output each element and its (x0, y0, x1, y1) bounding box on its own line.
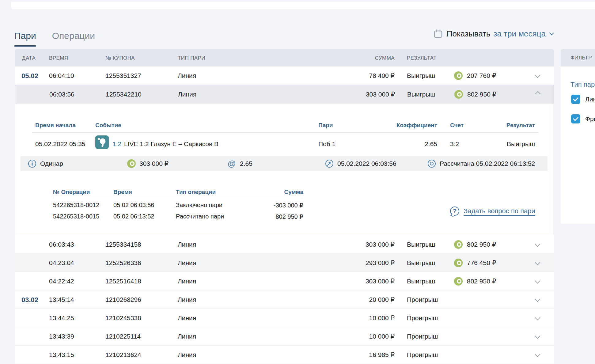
event-bet-value: Поб 1 (318, 140, 335, 148)
bet-winnings: 802 950 ₽ (467, 91, 496, 98)
bet-type: Линия (178, 259, 233, 267)
bet-row[interactable]: 05.0206:04:101255351327Линия78 400 ₽Выиг… (15, 66, 554, 85)
bet-type: Линия (178, 91, 233, 98)
event-live-score: 1:2 (112, 140, 121, 148)
col-header-time: ВРЕМЯ (49, 55, 68, 61)
summary-item: @2.65 (228, 156, 252, 171)
bet-date: 03.02 (21, 296, 51, 304)
chevron-down-icon[interactable] (535, 315, 540, 320)
chevron-down-icon (549, 30, 554, 35)
bet-result: Проигрыш (407, 351, 462, 358)
event-result-value: Выигрыш (474, 140, 535, 148)
summary-item: 05.02.2022 06:03:56 (325, 156, 396, 171)
bet-row[interactable]: 13:44:251210245338Линия10 000 ₽Проигрыш (15, 309, 554, 327)
chevron-down-icon[interactable] (535, 278, 540, 283)
bet-row[interactable]: 04:23:041252526336Линия293 000 ₽Выигрыш7… (15, 254, 554, 272)
expanded-bet-card: 06:03:561255342210Линия303 000 ₽Выигрыш8… (15, 85, 554, 235)
bet-row[interactable]: 06:03:561255342210Линия303 000 ₽Выигрыш8… (15, 85, 554, 104)
operation-id: 542265318-0012 (53, 202, 99, 209)
top-card-remnant (11, 2, 595, 9)
operation-id: 542265318-0015 (53, 213, 99, 220)
bet-result: Проигрыш (407, 333, 462, 340)
chevron-down-icon[interactable] (535, 333, 540, 339)
chevron-down-icon[interactable] (535, 72, 540, 78)
bet-coupon-number: 1255342210 (106, 91, 170, 98)
calendar-icon (433, 29, 443, 39)
chevron-down-icon[interactable] (535, 260, 540, 265)
bet-winnings: 802 950 ₽ (467, 278, 496, 285)
bet-result: Выигрыш (407, 241, 462, 248)
event-title[interactable]: LIVE 1:2 Глазун Е – Саркисов В (124, 140, 218, 148)
event-col-coef: Коэффициент (376, 122, 437, 129)
filter-panel-title: ФИЛЬТР (561, 49, 595, 66)
bet-coupon-number: 1210245338 (105, 314, 170, 322)
bet-result: Проигрыш (407, 314, 462, 322)
bet-date: 05.02 (21, 72, 51, 80)
ask-question-label: Задать вопрос по пари (464, 207, 535, 215)
bet-result: Проигрыш (407, 296, 462, 303)
bet-time: 13:45:14 (49, 296, 98, 303)
ask-question-link[interactable]: ? Задать вопрос по пари (450, 207, 535, 216)
event-header-divider (32, 132, 538, 133)
chevron-down-icon[interactable] (535, 241, 540, 247)
bet-time: 06:04:10 (49, 72, 98, 79)
bet-row[interactable]: 06:03:431255334158Линия303 000 ₽Выигрыш8… (15, 235, 554, 254)
summary-item: 303 000 ₽ (127, 156, 169, 171)
summary-item: Одинар (28, 156, 63, 171)
chevron-up-icon[interactable] (535, 91, 540, 97)
tab-operations[interactable]: Операции (52, 31, 95, 41)
checkbox-checked-icon[interactable] (571, 95, 580, 104)
chevron-down-icon[interactable] (535, 351, 540, 357)
filter-panel: ФИЛЬТР Тип пари ЛинияФрибет (561, 49, 595, 224)
col-header-result: РЕЗУЛЬТАТ (407, 55, 437, 61)
event-col-event: Событие (95, 122, 121, 129)
bet-sum: 20 000 ₽ (303, 296, 395, 303)
filter-option-line[interactable]: Линия (571, 95, 595, 104)
bet-row[interactable]: 13:43:151210213624Линия16 985 ₽Проигрыш (15, 346, 554, 364)
bet-coupon-number: 1252526336 (105, 259, 170, 267)
bet-type: Линия (178, 314, 233, 322)
col-header-sum: СУММА (303, 55, 395, 61)
ops-header-divider (53, 198, 303, 198)
event-coef-value: 2.65 (376, 140, 437, 148)
bet-time: 13:43:15 (49, 351, 98, 358)
filter-option-freebet[interactable]: Фрибет (571, 114, 595, 123)
table-tennis-icon (95, 135, 109, 149)
event-col-start: Время начала (35, 122, 76, 129)
bet-coupon-number: 1252516418 (105, 278, 170, 285)
bet-sum: 78 400 ₽ (303, 72, 395, 79)
bet-type: Линия (178, 333, 233, 340)
bets-table: ДАТА ВРЕМЯ № КУПОНА ТИП ПАРИ СУММА РЕЗУЛ… (15, 49, 554, 364)
bet-coupon-number: 1255334158 (105, 241, 170, 248)
chevron-down-icon[interactable] (535, 296, 540, 302)
bet-coupon-number: 1210213624 (105, 351, 170, 358)
coin-icon (454, 277, 463, 286)
bet-time: 13:43:39 (49, 333, 98, 340)
operation-type: Рассчитано пари (176, 213, 224, 220)
bet-result: Выигрыш (407, 72, 462, 79)
bet-sum: 303 000 ₽ (303, 241, 395, 248)
tab-bets[interactable]: Пари (14, 31, 36, 41)
summary-item: Рассчитана 05.02.2022 06:13:52 (427, 156, 535, 171)
bet-row[interactable]: 13:43:391210225114Линия10 000 ₽Проигрыш (15, 327, 554, 346)
bet-row[interactable]: 04:22:421252516418Линия303 000 ₽Выигрыш8… (15, 272, 554, 290)
summary-text: Рассчитана 05.02.2022 06:13:52 (440, 160, 535, 167)
at-icon: @ (228, 159, 240, 168)
bet-sum: 303 000 ₽ (303, 278, 395, 285)
summary-text: Одинар (40, 160, 63, 167)
table-header: ДАТА ВРЕМЯ № КУПОНА ТИП ПАРИ СУММА РЕЗУЛ… (15, 49, 554, 66)
bet-result: Выигрыш (407, 278, 462, 285)
period-label: Показывать (447, 29, 491, 39)
checkbox-checked-icon[interactable] (571, 114, 580, 123)
event-col-bet: Пари (318, 122, 333, 129)
bet-coupon-number: 1210225114 (105, 333, 170, 340)
bet-row[interactable]: 03.0213:45:141210268296Линия20 000 ₽Прои… (15, 290, 554, 309)
bet-time: 04:22:42 (49, 278, 98, 285)
ops-col-type: Тип операции (176, 189, 216, 195)
bet-sum: 293 000 ₽ (303, 259, 395, 267)
summary-text: 303 000 ₽ (139, 160, 169, 167)
summary-text: 05.02.2022 06:03:56 (337, 160, 396, 167)
period-value: за три месяца (494, 29, 546, 39)
period-selector[interactable]: Показывать за три месяца (433, 29, 553, 39)
pin-icon (325, 159, 337, 168)
